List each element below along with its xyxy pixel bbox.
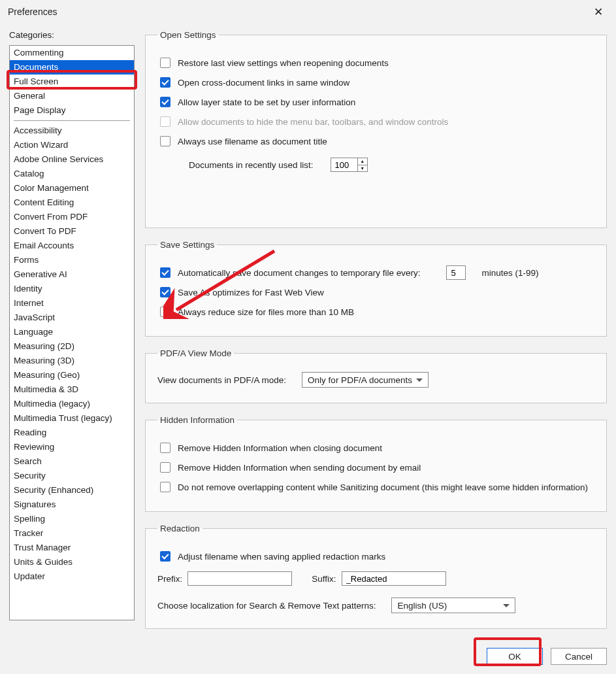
adjust-filename-label: Adjust filename when saving applied reda… [178,552,385,562]
category-item-tracker[interactable]: Tracker [10,526,134,541]
cross-links-label: Open cross-document links in same window [178,78,349,88]
cancel-button[interactable]: Cancel [551,648,607,665]
category-item-language[interactable]: Language [10,325,134,339]
category-item-accessibility[interactable]: Accessibility [10,124,134,138]
localization-select[interactable]: English (US) [391,598,515,613]
category-item-documents[interactable]: Documents [10,60,134,75]
localization-label: Choose localization for Search & Remove … [157,601,376,611]
filename-title-label: Always use filename as document title [178,137,327,146]
category-item-security-enhanced-[interactable]: Security (Enhanced) [10,483,134,497]
autosave-checkbox[interactable] [160,267,170,278]
hide-bars-checkbox [160,116,170,127]
close-icon[interactable]: ✕ [589,4,608,20]
hidden-info-legend: Hidden Information [157,415,237,425]
recent-list-spinner[interactable]: ▲▼ [331,158,368,172]
hidden-info-group: Hidden Information Remove Hidden Informa… [145,415,607,512]
category-item-forms[interactable]: Forms [10,253,134,267]
restore-view-checkbox[interactable] [160,58,170,68]
category-item-multimedia-legacy-[interactable]: Multimedia (legacy) [10,397,134,411]
recent-list-label: Documents in recently used list: [189,160,314,170]
fast-web-label: Save As optimizes for Fast Web View [178,288,324,297]
save-settings-group: Save Settings Automatically save documen… [145,240,607,337]
pdfa-mode-label: View documents in PDF/A mode: [157,375,286,385]
autosave-minutes-input[interactable] [446,265,466,280]
category-item-action-wizard[interactable]: Action Wizard [10,138,134,152]
category-item-updater[interactable]: Updater [10,569,134,584]
category-item-email-accounts[interactable]: Email Accounts [10,239,134,253]
window-title: Preferences [8,7,589,17]
suffix-label: Suffix: [312,574,336,584]
reduce-size-label: Always reduce size for files more than 1… [178,307,354,317]
category-item-convert-from-pdf[interactable]: Convert From PDF [10,210,134,224]
category-item-trust-manager[interactable]: Trust Manager [10,541,134,555]
category-item-reviewing[interactable]: Reviewing [10,440,134,454]
category-item-convert-to-pdf[interactable]: Convert To PDF [10,224,134,239]
open-settings-group: Open Settings Restore last view settings… [145,30,607,228]
autosave-minutes-label: minutes (1-99) [481,268,538,278]
cross-links-checkbox[interactable] [160,77,170,88]
category-item-units-guides[interactable]: Units & Guides [10,555,134,569]
category-item-internet[interactable]: Internet [10,296,134,311]
filename-title-checkbox[interactable] [160,136,170,146]
redaction-group: Redaction Adjust filename when saving ap… [145,524,607,629]
open-settings-legend: Open Settings [157,30,219,40]
fast-web-checkbox[interactable] [160,287,170,297]
remove-on-send-checkbox[interactable] [160,462,170,473]
category-item-identity[interactable]: Identity [10,282,134,296]
category-item-measuring-3d-[interactable]: Measuring (3D) [10,354,134,368]
category-item-page-display[interactable]: Page Display [10,103,134,118]
category-item-measuring-geo-[interactable]: Measuring (Geo) [10,368,134,382]
adjust-filename-checkbox[interactable] [160,551,170,562]
category-item-spelling[interactable]: Spelling [10,512,134,526]
remove-on-close-checkbox[interactable] [160,443,170,453]
spinner-up-icon[interactable]: ▲ [358,158,367,165]
category-item-measuring-2d-[interactable]: Measuring (2D) [10,339,134,354]
reduce-size-checkbox[interactable] [160,307,170,317]
overlap-label: Do not remove overlapping content while … [178,482,588,492]
remove-on-close-label: Remove Hidden Information when closing d… [178,443,382,453]
pdfa-legend: PDF/A View Mode [157,348,234,358]
category-item-multimedia-3d[interactable]: Multimedia & 3D [10,382,134,397]
spinner-down-icon[interactable]: ▼ [358,165,367,172]
category-item-catalog[interactable]: Catalog [10,167,134,181]
category-item-generative-ai[interactable]: Generative AI [10,267,134,282]
layer-state-label: Allow layer state to be set by user info… [178,97,355,107]
suffix-input[interactable] [342,571,446,586]
category-item-full-screen[interactable]: Full Screen [10,75,134,89]
category-item-adobe-online-services[interactable]: Adobe Online Services [10,152,134,167]
layer-state-checkbox[interactable] [160,97,170,107]
hide-bars-label: Allow documents to hide the menu bar, to… [178,117,448,127]
restore-view-label: Restore last view settings when reopenin… [178,58,389,68]
category-item-commenting[interactable]: Commenting [10,46,134,60]
remove-on-send-label: Remove Hidden Information when sending d… [178,463,421,473]
prefix-label: Prefix: [157,574,182,584]
overlap-checkbox[interactable] [160,482,170,492]
categories-label: Categories: [9,30,135,40]
pdfa-group: PDF/A View Mode View documents in PDF/A … [145,348,607,403]
category-item-reading[interactable]: Reading [10,426,134,440]
category-item-signatures[interactable]: Signatures [10,497,134,512]
category-item-general[interactable]: General [10,89,134,103]
category-item-content-editing[interactable]: Content Editing [10,195,134,210]
autosave-label: Automatically save document changes to t… [178,268,420,278]
prefix-input[interactable] [187,571,292,586]
title-bar: Preferences ✕ [0,0,616,24]
category-item-multimedia-trust-legacy-[interactable]: Multimedia Trust (legacy) [10,411,134,426]
redaction-legend: Redaction [157,524,203,533]
category-divider [14,120,130,121]
save-settings-legend: Save Settings [157,240,217,250]
category-item-search[interactable]: Search [10,454,134,469]
category-item-security[interactable]: Security [10,469,134,483]
ok-button[interactable]: OK [487,648,543,665]
category-item-color-management[interactable]: Color Management [10,181,134,195]
category-item-javascript[interactable]: JavaScript [10,311,134,325]
recent-list-input[interactable] [331,158,357,171]
categories-listbox[interactable]: CommentingDocumentsFull ScreenGeneralPag… [9,45,135,620]
pdfa-mode-select[interactable]: Only for PDF/A documents [302,372,429,388]
